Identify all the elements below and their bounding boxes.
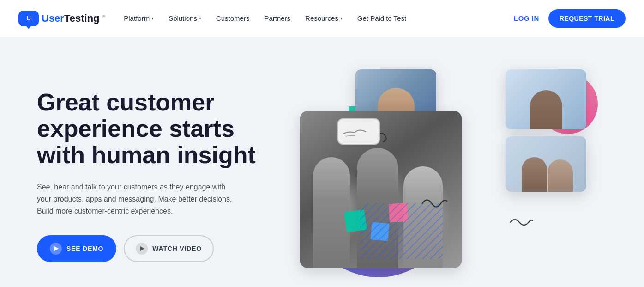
logo-icon: U xyxy=(18,11,39,26)
nav-links: Platform ▾ Solutions ▾ Customers Partner… xyxy=(124,14,514,22)
nav-item-customers[interactable]: Customers xyxy=(216,14,250,22)
request-trial-button[interactable]: REQUEST TRIAL xyxy=(548,9,626,28)
photo-card-woman-2 xyxy=(506,136,586,192)
chat-bubble-decoration xyxy=(337,118,388,152)
chevron-down-icon: ▾ xyxy=(340,16,343,21)
chevron-down-icon: ▾ xyxy=(151,16,154,21)
nav-item-solutions[interactable]: Solutions ▾ xyxy=(169,14,201,22)
hero-title: Great customer experience starts with hu… xyxy=(37,89,259,169)
nav-item-partners[interactable]: Partners xyxy=(264,14,290,22)
hero-buttons: SEE DEMO WATCH VIDEO xyxy=(37,235,277,262)
photo-card-man-headphones xyxy=(506,69,586,129)
hero-subtitle: See, hear and talk to your customers as … xyxy=(37,181,240,217)
hero-left: Great customer experience starts with hu… xyxy=(37,89,277,262)
play-triangle-icon xyxy=(54,246,59,251)
nav-item-get-paid[interactable]: Get Paid to Test xyxy=(357,14,406,22)
squiggle-decoration xyxy=(508,215,533,231)
nav-item-resources[interactable]: Resources ▾ xyxy=(305,14,343,22)
watch-video-button[interactable]: WATCH VIDEO xyxy=(124,235,214,262)
diagonal-lines-decoration xyxy=(360,203,443,259)
play-icon-dark xyxy=(136,243,148,255)
logo[interactable]: U UserTesting ® xyxy=(18,11,105,26)
navbar: U UserTesting ® Platform ▾ Solutions ▾ C… xyxy=(0,0,644,37)
chevron-down-icon: ▾ xyxy=(199,16,201,21)
login-button[interactable]: LOG IN xyxy=(514,14,539,22)
hero-right xyxy=(277,65,607,287)
see-demo-button[interactable]: SEE DEMO xyxy=(37,235,116,262)
logo-text: UserTesting ® xyxy=(42,12,105,24)
play-triangle-dark-icon xyxy=(140,246,144,251)
nav-item-platform[interactable]: Platform ▾ xyxy=(124,14,154,22)
hero-section: Great customer experience starts with hu… xyxy=(0,37,644,287)
svg-rect-1 xyxy=(360,203,443,259)
play-icon xyxy=(50,243,62,255)
svg-rect-2 xyxy=(338,119,379,144)
nav-actions: LOG IN REQUEST TRIAL xyxy=(514,9,626,28)
